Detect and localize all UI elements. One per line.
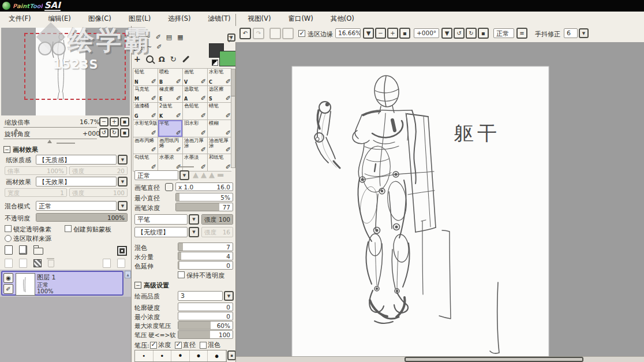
pressure-checkbox[interactable]: ✓ (175, 342, 182, 349)
nav-zoom-button[interactable]: − (99, 117, 108, 126)
brush-diameter-slider[interactable]: x 1.0 16.0 (175, 182, 233, 191)
brush-tip-select[interactable]: 平笔 (134, 214, 188, 225)
paper-strength-slider[interactable]: 强度 20 (69, 166, 128, 175)
brush-grid-scrollbar[interactable] (231, 69, 235, 168)
nav-angle-button[interactable]: ↻ (110, 128, 119, 137)
deselect-button[interactable] (269, 28, 281, 39)
brush-item[interactable]: 水彩笔 C ✐ (208, 69, 232, 85)
zoom-control-button[interactable]: ▪ (399, 28, 410, 39)
material-effect-select[interactable]: 【无效果】 (36, 177, 117, 186)
brush-item[interactable]: 画布丙烯 ✐ (133, 137, 158, 154)
menu-item[interactable]: 视图(V) (239, 14, 280, 23)
brush-item[interactable]: 油画笔厚涂 ✐ (208, 137, 232, 154)
brush-item[interactable]: 水墨淡 ✐ (183, 154, 207, 171)
brush-item[interactable]: 模糊 ✐ (208, 120, 232, 137)
material-effect-dropdown-button[interactable]: ▼ (118, 177, 128, 186)
layer-blend-select[interactable]: 正常 (36, 201, 117, 211)
pressure-checkbox[interactable]: ✓ (150, 342, 157, 349)
merge-down-icon[interactable] (19, 259, 27, 268)
lock-alpha-checkbox[interactable]: ✓ (5, 225, 12, 232)
brush-item[interactable]: 2值笔 K ✐ (158, 103, 182, 120)
edge-hardness-slider[interactable]: 0 (178, 303, 233, 311)
transfer-down-icon[interactable] (5, 259, 13, 268)
reset-rotation-icon[interactable]: ↻ (170, 55, 177, 64)
brush-item[interactable]: 勾线笔 ✐ (133, 154, 158, 171)
quality-select[interactable]: 3 (178, 291, 223, 301)
canvas-area[interactable]: 躯干 (235, 42, 644, 362)
nav-angle-slider-handle[interactable] (47, 140, 52, 143)
menu-item[interactable]: 图像(C) (80, 14, 120, 23)
brush-tip-shape-icon[interactable]: ▬ (217, 170, 224, 179)
stabilizer-value-box[interactable]: 6 (564, 28, 578, 38)
canvas-h-scrollbar[interactable] (236, 356, 644, 362)
brush-item[interactable]: 水墨浓 ✐ (158, 154, 182, 171)
menu-item[interactable]: 滤镜(T) (200, 14, 239, 23)
brush-tip-shape-icon[interactable]: ▲ (201, 170, 207, 179)
line-tool-icon[interactable]: ✐ (156, 33, 161, 41)
effect-width-slider[interactable]: 宽度 1 (5, 188, 67, 197)
nav-zoom-button[interactable]: ▪ (120, 117, 129, 126)
canvas-h-scrollbar-thumb[interactable] (405, 357, 583, 362)
effect-strength-slider[interactable]: 强度 100 (69, 188, 128, 197)
brush-blend-dropdown-button[interactable]: ▼ (179, 170, 189, 180)
brush-item[interactable]: 油画刀厚涂 ✐ (183, 137, 207, 154)
size-preset-button[interactable]: • (153, 350, 172, 361)
brush-item[interactable]: 和纸笔 ✐ (208, 154, 232, 171)
brush-grid-scrollbar-thumb[interactable] (231, 69, 235, 96)
size-preset-button[interactable]: • (135, 350, 153, 361)
keep-opacity-checkbox[interactable]: ✓ (178, 271, 185, 278)
layer-row[interactable]: ◉ ✐ 图层 1 正常 100% (1, 271, 123, 296)
new-layer-icon[interactable] (5, 245, 13, 255)
brush-blend-mode-select[interactable]: 正常 (134, 170, 178, 180)
menu-item[interactable]: 窗口(W) (279, 14, 321, 23)
angle-control-button[interactable]: ▼ (441, 28, 452, 39)
menu-item[interactable]: 编辑(E) (40, 14, 80, 23)
nav-angle-button[interactable]: ↺ (99, 128, 108, 137)
tip-strength-slider[interactable]: 强度 100 (201, 214, 233, 225)
raise-layer-icon[interactable] (103, 259, 111, 268)
pressure-check-item[interactable]: ✓ 浓度 (150, 341, 171, 349)
texture-dropdown-button[interactable]: ▼ (189, 227, 199, 237)
menu-item[interactable]: 选择(S) (159, 14, 199, 23)
nav-zoom-button[interactable]: + (110, 117, 119, 126)
texture-strength-slider[interactable]: 强度 16 (201, 227, 233, 237)
new-lineart-layer-icon[interactable] (19, 245, 27, 255)
swap-colors-icon[interactable]: ⤸ (228, 36, 231, 43)
size-preset-scroll-button[interactable]: ▪ (227, 350, 236, 360)
brush-tip-dropdown-button[interactable]: ▼ (189, 214, 199, 225)
hatch-texture-icon[interactable]: ▤ (166, 33, 172, 41)
advanced-section-toggle[interactable]: − (134, 282, 141, 289)
paper-texture-dropdown-button[interactable]: ▼ (118, 155, 128, 165)
pressure-check-item[interactable]: ✓ 混色 (200, 341, 220, 349)
undo-button[interactable]: ↶ (239, 28, 251, 39)
brush-item[interactable]: 马克笔 M ✐ (133, 86, 158, 103)
paper-scale-slider[interactable]: 倍率 100% (5, 166, 67, 175)
reset-colors-icon[interactable] (212, 59, 218, 66)
grid-texture-icon[interactable]: ▦ (177, 33, 183, 41)
selection-mode-box[interactable]: 正常 (493, 28, 514, 38)
menu-item[interactable]: 文件(F) (0, 14, 40, 23)
brush-item[interactable]: 铅笔 N ✐ (133, 69, 158, 85)
angle-control-button[interactable]: ▪ (478, 28, 489, 39)
brush-tip-shape-icon[interactable]: ▲ (209, 170, 215, 179)
layer-opacity-slider[interactable]: 100% (36, 213, 128, 222)
layer-paint-button[interactable]: ✐ (3, 284, 13, 294)
layer-visibility-button[interactable]: ◉ (3, 273, 13, 283)
blend-slider[interactable]: 7 (178, 242, 233, 251)
brush-item[interactable]: 喷枪 B ✐ (158, 69, 182, 85)
brush-density-slider[interactable]: 77 (175, 203, 233, 211)
spread-slider[interactable]: 0 (178, 261, 233, 270)
new-folder-icon[interactable] (33, 248, 43, 255)
delete-layer-icon[interactable] (48, 260, 54, 267)
brush-item[interactable]: 旧水彩 ✐ (183, 120, 207, 137)
material-section-toggle[interactable]: − (3, 146, 10, 153)
stabilizer-dropdown-button[interactable]: ▼ (579, 28, 589, 38)
layer-scroll-up-button[interactable]: ▲ (125, 271, 131, 278)
pressure-checkbox[interactable]: ✓ (200, 342, 207, 349)
brush-diameter-unit-button[interactable] (165, 183, 173, 191)
size-preset-button[interactable]: • (171, 350, 190, 361)
size-preset-button[interactable]: • (190, 350, 208, 361)
nav-angle-button[interactable]: ▪ (120, 128, 129, 137)
brush-item[interactable]: 画笔 V ✐ (183, 69, 207, 85)
magic-wand-icon[interactable]: ✐ (156, 43, 162, 51)
